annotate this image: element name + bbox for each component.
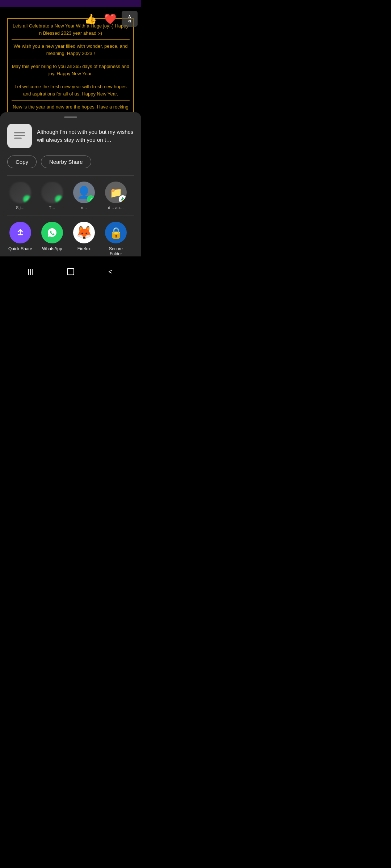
like-reaction[interactable]: 👍 — [83, 11, 98, 27]
svg-rect-15 — [67, 268, 74, 275]
divider-2 — [7, 216, 134, 216]
contact-item[interactable]: ✓ T… — [39, 182, 65, 210]
drag-handle — [64, 116, 77, 118]
firefox-label: Firefox — [77, 246, 91, 251]
contact-row: ✓ S j… ✓ T… 👤 ✓ n… — [7, 182, 134, 210]
share-sheet: Although I'm not with you but my wishes … — [0, 112, 141, 256]
secure-folder-label: SecureFolder — [109, 246, 123, 256]
app-item-quick-share[interactable]: Quick Share — [7, 222, 33, 256]
whatsapp-icon — [41, 222, 63, 243]
copy-button[interactable]: Copy — [7, 156, 37, 168]
reaction-bar: 👍 ❤️ Aअ — [83, 11, 138, 27]
whatsapp-label: WhatsApp — [42, 246, 62, 251]
svg-rect-2 — [14, 138, 22, 139]
contact-item[interactable]: 📁 d… au… — [103, 182, 129, 210]
share-preview-text: Although I'm not with you but my wishes … — [37, 128, 134, 144]
action-buttons: Copy Nearby Share — [7, 156, 134, 168]
contact-name-2: T… — [49, 205, 55, 210]
whatsapp-badge-2: ✓ — [55, 195, 63, 203]
quick-share-label: Quick Share — [8, 246, 32, 251]
ny-message-4: Let welcome the fresh new year with fres… — [12, 83, 130, 101]
main-content: 👍 ❤️ Aअ Lets all Celebrate a New Year Wi… — [0, 7, 141, 112]
contact-avatar-2: ✓ — [41, 182, 63, 203]
ny-message-2: We wish you a new year filled with wonde… — [12, 43, 130, 60]
ny-message-5: New is the year and new are the hopes. H… — [12, 103, 130, 112]
whatsapp-badge-1: ✓ — [23, 195, 31, 203]
nearby-share-button[interactable]: Nearby Share — [41, 156, 91, 168]
contact-item[interactable]: 👤 ✓ n… — [71, 182, 97, 210]
divider — [7, 175, 134, 176]
translate-icon[interactable]: Aअ — [122, 11, 138, 27]
secure-folder-icon: 🔒 — [105, 222, 127, 243]
contact-item[interactable]: ✓ S j… — [7, 182, 33, 210]
contact-name-3: n… — [81, 205, 87, 210]
contact-avatar-3: 👤 ✓ — [73, 182, 95, 203]
contact-avatar-4: 📁 — [105, 182, 127, 203]
app-item-whatsapp[interactable]: WhatsApp — [39, 222, 65, 256]
ny-message-3: May this year bring to you all 365 days … — [12, 63, 130, 80]
recent-apps-button[interactable]: ||| — [24, 264, 38, 279]
firefox-icon: 🦊 — [73, 222, 95, 243]
app-row: Quick Share WhatsApp 🦊 Firefox 🔒 SecureF… — [7, 222, 134, 256]
drive-badge-4 — [119, 195, 127, 203]
share-preview: Although I'm not with you but my wishes … — [7, 124, 134, 148]
content-icon — [13, 129, 26, 142]
quick-share-icon — [9, 222, 31, 243]
svg-rect-0 — [14, 132, 25, 133]
home-button[interactable] — [63, 264, 78, 279]
love-reaction[interactable]: ❤️ — [102, 11, 118, 27]
app-item-secure-folder[interactable]: 🔒 SecureFolder — [103, 222, 129, 256]
nav-bar: ||| < — [0, 262, 141, 281]
back-button[interactable]: < — [103, 264, 118, 279]
share-icon-box — [7, 124, 32, 148]
status-bar — [0, 0, 141, 7]
contact-name-1: S j… — [16, 205, 25, 210]
contact-name-4: d… au… — [108, 205, 123, 210]
whatsapp-badge-3: ✓ — [87, 195, 95, 203]
contact-avatar-1: ✓ — [9, 182, 31, 203]
svg-rect-1 — [14, 135, 25, 136]
new-year-card: Lets all Celebrate a New Year With a Hug… — [7, 18, 134, 112]
app-item-firefox[interactable]: 🦊 Firefox — [71, 222, 97, 256]
